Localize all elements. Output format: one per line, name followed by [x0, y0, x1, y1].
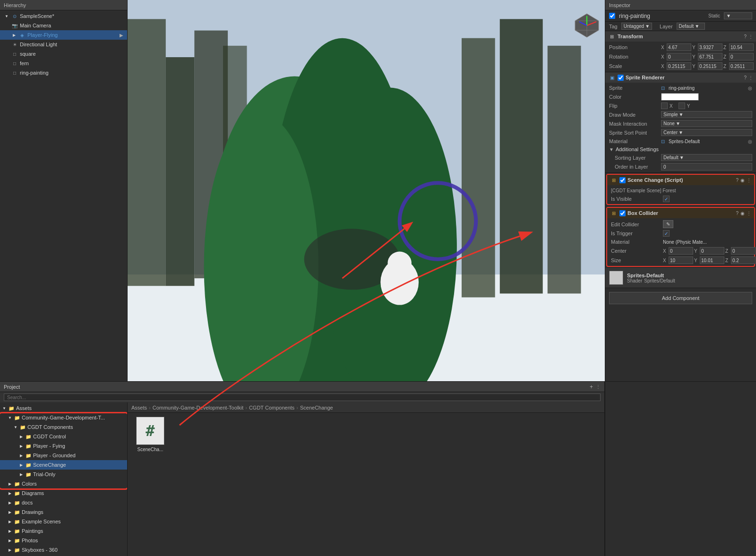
- cgdtcomp-folder-icon: 📁: [19, 424, 26, 430]
- sprite-renderer-section: ▣ Sprite Renderer ? ⋮ Sprite ⊡ ring-pain…: [605, 72, 756, 173]
- tree-item-colors[interactable]: ▶ 📁 Colors: [0, 479, 127, 488]
- breadcrumb-cgdt[interactable]: Community-Game-Development-Toolkit: [153, 405, 244, 411]
- pos-z-input[interactable]: [729, 43, 754, 51]
- sx-item: X: [663, 257, 693, 264]
- sx-label: X: [663, 258, 668, 263]
- hier-item-ringpainting[interactable]: □ ring-painting: [0, 68, 127, 77]
- scale-y-input[interactable]: [698, 62, 722, 70]
- size-label: Size: [611, 257, 663, 263]
- breadcrumb-components[interactable]: CGDT Components: [249, 405, 294, 411]
- tree-item-trialonly[interactable]: ▶ 📁 Trial-Only: [0, 470, 127, 479]
- inspector-panel: Inspector ring-painting Static ▼ Tag Unt…: [605, 0, 756, 381]
- collider-material-row: Material None (Physic Mate...: [607, 238, 754, 246]
- tree-item-playerflying[interactable]: ▶ 📁 Player - Fying: [0, 441, 127, 451]
- scene-change-help[interactable]: ?: [736, 178, 739, 183]
- sprite-renderer-checkbox[interactable]: [618, 75, 624, 81]
- center-row: Center X Y Z: [607, 246, 754, 256]
- tree-item-scenechange[interactable]: ▶ 📁 SceneChange: [0, 460, 127, 470]
- tree-item-cgdtcomp[interactable]: ▼ 📁 CGDT Components: [0, 422, 127, 432]
- breadcrumb-assets[interactable]: Assets: [131, 405, 147, 411]
- scene-change-settings[interactable]: ⋮: [747, 178, 751, 183]
- scale-y-label: Y: [692, 64, 697, 69]
- scene-change-extra[interactable]: ◉: [740, 178, 745, 183]
- scene-change-header[interactable]: ⊞ Scene Change (Script) ? ◉ ⋮: [607, 175, 754, 185]
- hier-label-samplescene: SampleScene*: [20, 13, 54, 19]
- tree-item-drawings[interactable]: ▶ 📁 Drawings: [0, 507, 127, 517]
- pos-x-input[interactable]: [667, 43, 691, 51]
- rot-x-label: X: [661, 54, 666, 60]
- tree-item-diagrams[interactable]: ▶ 📁 Diagrams: [0, 488, 127, 498]
- sprite-renderer-help[interactable]: ?: [744, 75, 747, 80]
- transform-settings[interactable]: ⋮: [748, 34, 753, 39]
- draw-mode-dropdown[interactable]: Simple ▼: [661, 111, 752, 118]
- additional-settings-row[interactable]: ▼ Additional Settings: [605, 145, 756, 153]
- asset-item-scenechange[interactable]: # SceneCha...: [131, 417, 169, 452]
- scene-change-checkbox[interactable]: [619, 177, 626, 183]
- box-collider-settings[interactable]: ⋮: [747, 211, 751, 216]
- edit-collider-button[interactable]: ✎: [663, 220, 673, 228]
- project-search[interactable]: [4, 393, 601, 401]
- flip-x-checkbox[interactable]: [661, 103, 668, 109]
- sprite-renderer-settings[interactable]: ⋮: [748, 75, 753, 80]
- is-trigger-checkbox[interactable]: [663, 230, 670, 237]
- breadcrumb-scenechange[interactable]: SceneChange: [300, 405, 333, 411]
- add-component-button[interactable]: Add Component: [609, 292, 752, 304]
- tree-item-cgdtcontrol[interactable]: ▶ 📁 CGDT Control: [0, 432, 127, 441]
- tree-item-assets[interactable]: ▼ 📁 Assets: [0, 403, 127, 413]
- tree-item-docs[interactable]: ▶ 📁 docs: [0, 498, 127, 507]
- rot-y-input[interactable]: [698, 53, 722, 60]
- hier-item-samplescene[interactable]: ▼ ⊙ SampleScene*: [0, 11, 127, 21]
- add-component-label: Add Component: [662, 295, 700, 301]
- pos-z-label: Z: [723, 45, 728, 50]
- object-active-checkbox[interactable]: [609, 13, 615, 19]
- tag-dropdown[interactable]: Untagged ▼: [621, 23, 652, 30]
- project-menu-btn[interactable]: ⋮: [596, 384, 601, 389]
- hier-item-dirlight[interactable]: ☀ Directional Light: [0, 40, 127, 49]
- sz-input[interactable]: [731, 257, 756, 264]
- colors-folder-icon: 📁: [14, 480, 20, 487]
- cy-input[interactable]: [700, 247, 724, 255]
- cz-input[interactable]: [731, 247, 756, 255]
- box-collider-help[interactable]: ?: [736, 211, 739, 216]
- scale-x-input[interactable]: [667, 62, 691, 70]
- sx-input[interactable]: [669, 257, 693, 264]
- color-swatch[interactable]: [661, 93, 699, 101]
- tree-item-skyboxes360[interactable]: ▶ 📁 Skyboxes - 360: [0, 545, 127, 555]
- tree-item-cgdt[interactable]: ▼ 📁 Community-Game-Development-T...: [0, 413, 127, 422]
- tree-item-example-scenes[interactable]: ▶ 📁 Example Scenes: [0, 517, 127, 526]
- hier-item-square[interactable]: □ square: [0, 49, 127, 59]
- layer-dropdown[interactable]: Default ▼: [677, 23, 705, 30]
- scene-view[interactable]: Scene Shaded 2D Gizmos ▼: [128, 0, 605, 381]
- flip-y-checkbox[interactable]: [679, 103, 685, 109]
- project-add-btn[interactable]: +: [590, 384, 593, 390]
- drawings-arrow: ▶: [8, 510, 12, 514]
- additional-arrow: ▼: [609, 147, 614, 152]
- transform-help[interactable]: ?: [744, 34, 747, 39]
- sorting-layer-dropdown[interactable]: Default ▼: [661, 154, 752, 161]
- project-assets-area: Assets › Community-Game-Development-Tool…: [128, 402, 604, 556]
- cx-input[interactable]: [669, 247, 693, 255]
- box-collider-header[interactable]: ⊞ Box Collider ? ◉ ⋮: [607, 208, 754, 218]
- sprite-select-btn[interactable]: ◎: [748, 86, 752, 91]
- box-collider-checkbox[interactable]: [619, 210, 626, 216]
- tree-item-paintings[interactable]: ▶ 📁 Paintings: [0, 526, 127, 536]
- is-visible-checkbox[interactable]: [663, 196, 670, 202]
- order-input[interactable]: [661, 163, 752, 171]
- hier-item-fern[interactable]: □ fern: [0, 59, 127, 68]
- tree-item-photos[interactable]: ▶ 📁 Photos: [0, 536, 127, 545]
- rot-x-input[interactable]: [667, 53, 691, 60]
- sprite-renderer-header[interactable]: ▣ Sprite Renderer ? ⋮: [605, 72, 756, 83]
- tree-item-playergrounded[interactable]: ▶ 📁 Player - Grounded: [0, 451, 127, 460]
- pos-y-input[interactable]: [698, 43, 722, 51]
- scale-z-input[interactable]: [729, 62, 754, 70]
- static-dropdown[interactable]: ▼: [724, 12, 752, 19]
- material-select-btn[interactable]: ◎: [748, 139, 752, 144]
- sprite-sort-dropdown[interactable]: Center ▼: [661, 129, 752, 136]
- mask-interaction-dropdown[interactable]: None ▼: [661, 120, 752, 127]
- rot-z-input[interactable]: [729, 53, 754, 60]
- box-collider-extra[interactable]: ◉: [740, 211, 745, 216]
- hier-item-playerflying[interactable]: ▶ ◈ Player-Flying ▶: [0, 30, 127, 40]
- transform-header[interactable]: ⊞ Transform ? ⋮: [605, 31, 756, 42]
- sy-input[interactable]: [700, 257, 724, 264]
- hier-item-maincamera[interactable]: 📷 Main Camera: [0, 21, 127, 30]
